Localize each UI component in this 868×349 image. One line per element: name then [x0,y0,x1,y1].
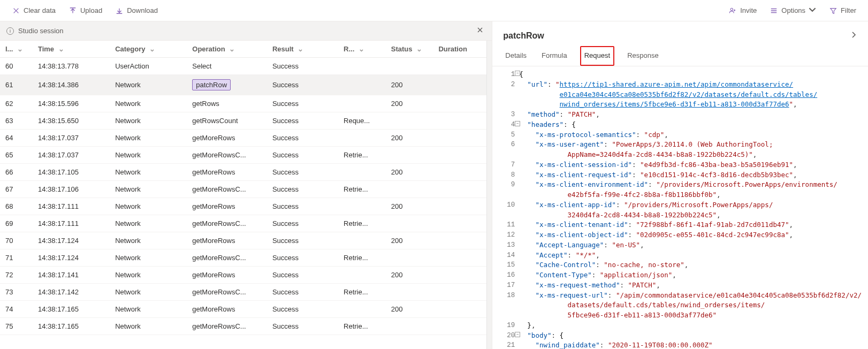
session-bar: i Studio session [0,21,492,41]
table-row[interactable]: 6814:38:17.111NetworkgetMoreRowsSuccess2… [0,198,486,215]
options-label: Options [781,6,805,14]
fold-toggle[interactable]: − [515,121,520,126]
fold-toggle[interactable]: − [515,71,520,76]
close-session-button[interactable] [475,25,485,37]
invite-label: Invite [740,6,757,14]
col-category[interactable]: Category ⌄ [110,41,187,58]
col-operation[interactable]: Operation ⌄ [187,41,267,58]
table-row[interactable]: 7414:38:17.165NetworkgetMoreRowsSuccess2… [0,301,486,318]
events-table: I... ⌄ Time ⌄ Category ⌄ Operation ⌄ Res… [0,41,486,335]
col-time[interactable]: Time ⌄ [33,41,110,58]
clear-data-button[interactable]: Clear data [6,3,61,18]
tab-response[interactable]: Response [625,46,661,66]
chevron-down-icon: ⌄ [229,45,235,53]
table-row[interactable]: 7314:38:17.142NetworkgetMoreRowsC...Succ… [0,284,486,301]
scrollbar[interactable] [486,41,492,349]
table-row[interactable]: 6114:38:14.386NetworkpatchRowSuccess200 [0,75,486,95]
close-icon [12,6,20,15]
invite-button[interactable]: Invite [723,3,762,18]
person-add-icon [728,6,737,15]
detail-tabs: Details Formula Request Response [492,46,868,66]
download-button[interactable]: Download [110,3,163,18]
table-row[interactable]: 6614:38:17.105NetworkgetMoreRowsSuccess2… [0,164,486,181]
tab-details[interactable]: Details [503,46,529,66]
download-icon [115,6,124,15]
expand-button[interactable] [850,31,857,41]
table-row[interactable]: 6314:38:15.650NetworkgetRowsCountSuccess… [0,112,486,130]
options-button[interactable]: Options [764,3,821,18]
download-label: Download [127,6,158,14]
chevron-down-icon: ⌄ [359,45,364,53]
table-row[interactable]: 6914:38:17.111NetworkgetMoreRowsC...Succ… [0,215,486,232]
table-row[interactable]: 7014:38:17.124NetworkgetMoreRowsSuccess2… [0,232,486,249]
table-row[interactable]: 7214:38:17.141NetworkgetMoreRowsSuccess2… [0,267,486,284]
chevron-down-icon [809,6,816,15]
table-row[interactable]: 7514:38:17.165NetworkgetMoreRowsC...Succ… [0,318,486,335]
list-icon [770,6,778,15]
table-header-row: I... ⌄ Time ⌄ Category ⌄ Operation ⌄ Res… [0,41,486,58]
chevron-down-icon: ⌄ [58,45,64,53]
col-result[interactable]: Result ⌄ [267,41,338,58]
session-label: Studio session [18,27,64,35]
table-row[interactable]: 6714:38:17.106NetworkgetMoreRowsC...Succ… [0,181,486,198]
svg-point-0 [730,8,733,10]
chevron-down-icon: ⌄ [298,45,303,53]
chevron-down-icon: ⌄ [17,45,23,53]
clear-data-label: Clear data [24,6,56,14]
col-status[interactable]: Status ⌄ [386,41,433,58]
detail-panel: patchRow Details Formula Request Respons… [492,21,868,349]
col-duration[interactable]: Duration [433,41,486,58]
upload-icon [68,6,77,15]
table-row[interactable]: 6514:38:17.037NetworkgetMoreRowsC...Succ… [0,147,486,164]
request-json-viewer[interactable]: 1−234−567891011121314151617181920−212223… [492,66,868,349]
tab-request[interactable]: Request [580,46,614,66]
table-row[interactable]: 6214:38:15.596NetworkgetRowsSuccess200 [0,95,486,112]
table-row[interactable]: 6414:38:17.037NetworkgetMoreRowsSuccess2… [0,130,486,147]
table-row[interactable]: 7114:38:17.124NetworkgetMoreRowsC...Succ… [0,249,486,267]
chevron-down-icon: ⌄ [416,45,422,53]
operation-chip: patchRow [192,79,231,90]
upload-button[interactable]: Upload [63,3,108,18]
filter-button[interactable]: Filter [824,3,862,18]
info-icon: i [6,27,14,35]
tab-formula[interactable]: Formula [539,46,569,66]
filter-label: Filter [841,6,856,14]
filter-icon [829,6,837,15]
col-r[interactable]: R... ⌄ [338,41,386,58]
chevron-down-icon: ⌄ [149,45,155,53]
fold-toggle[interactable]: − [515,332,520,337]
sessions-panel: i Studio session I... ⌄ Time ⌄ Category … [0,21,492,349]
toolbar: Clear data Upload Download Invite Option… [0,0,868,21]
col-id[interactable]: I... ⌄ [0,41,33,58]
detail-title: patchRow [503,31,544,41]
upload-label: Upload [80,6,102,14]
table-row[interactable]: 6014:38:13.778UserActionSelectSuccess [0,58,486,75]
